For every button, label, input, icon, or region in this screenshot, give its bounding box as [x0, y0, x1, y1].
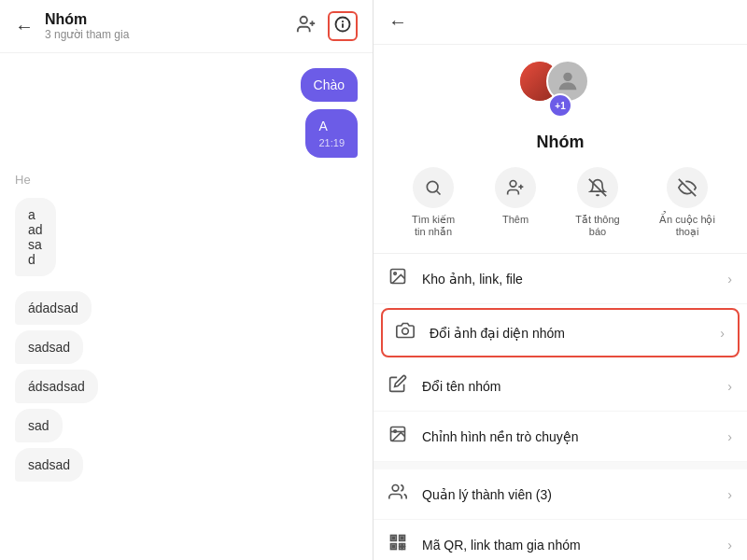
members-chevron: ›	[727, 487, 732, 502]
svg-point-6	[563, 73, 571, 81]
action-hide[interactable]: Ẩn cuộc hội thoại	[659, 167, 715, 238]
svg-rect-26	[400, 547, 402, 550]
list-item: ádsadsad	[15, 370, 98, 403]
mute-action-icon	[577, 167, 618, 208]
qr-chevron: ›	[727, 538, 732, 553]
search-action-icon	[413, 167, 454, 208]
info-icon	[334, 16, 351, 36]
qr-label: Mã QR, link tham gia nhóm	[422, 538, 727, 553]
section-label-he: He	[15, 173, 358, 187]
svg-rect-28	[392, 537, 395, 539]
list-item: sadsad	[15, 330, 83, 364]
wallpaper-icon	[388, 425, 415, 448]
add-action-label: Thêm	[502, 214, 529, 225]
received-line-1: a	[28, 207, 43, 222]
action-mute[interactable]: Tắt thông báo	[570, 167, 626, 238]
media-label: Kho ảnh, link, file	[422, 272, 727, 287]
menu-item-change-avatar[interactable]: Đổi ảnh đại diện nhóm ›	[381, 308, 740, 357]
menu-list: Kho ảnh, link, file › Đổi ảnh đại diện n…	[374, 254, 747, 560]
wallpaper-label: Chỉnh hình nền trò chuyện	[422, 429, 727, 444]
left-panel: ← Nhóm 3 người tham gia	[0, 0, 374, 560]
change-avatar-label: Đổi ảnh đại diện nhóm	[430, 326, 720, 341]
menu-item-rename[interactable]: Đổi tên nhóm ›	[374, 361, 747, 412]
svg-rect-30	[392, 545, 395, 548]
list-item: sadsad	[15, 448, 83, 482]
message-a: A 21:19	[305, 109, 358, 158]
add-member-icon[interactable]	[296, 14, 317, 39]
right-panel: ← +1 Nhóm	[374, 0, 747, 560]
svg-point-15	[394, 273, 397, 275]
qr-icon	[388, 533, 415, 556]
message-chao: Chào	[301, 68, 358, 102]
action-add[interactable]: Thêm	[495, 167, 536, 238]
mute-action-label: Tắt thông báo	[570, 214, 626, 237]
members-label: Quản lý thành viên (3)	[422, 487, 727, 502]
svg-line-8	[437, 191, 441, 195]
svg-rect-27	[402, 547, 405, 550]
avatar-plus-badge: +1	[548, 93, 572, 118]
svg-point-0	[301, 16, 307, 22]
chat-area: Chào A 21:19 He a ad sa d ádadsad sadsad…	[0, 53, 373, 560]
members-icon	[388, 483, 415, 506]
svg-point-20	[392, 485, 399, 492]
message-time: 21:19	[318, 137, 345, 148]
message-received-multi: a ad sa d	[15, 198, 56, 276]
action-search[interactable]: Tìm kiếm tin nhắn	[405, 167, 461, 238]
menu-item-media[interactable]: Kho ảnh, link, file ›	[374, 254, 747, 304]
received-line-3: sa	[28, 237, 43, 252]
back-button-left[interactable]: ←	[15, 16, 34, 37]
received-line-2: ad	[28, 222, 43, 237]
svg-point-7	[427, 181, 438, 192]
list-item: sad	[15, 409, 63, 442]
received-line-4: d	[28, 252, 43, 267]
menu-gap	[374, 462, 747, 469]
media-icon	[388, 267, 415, 290]
back-button-right[interactable]: ←	[388, 11, 407, 33]
svg-rect-29	[401, 537, 403, 539]
group-title-right: Nhóm	[537, 133, 585, 152]
left-header: ← Nhóm 3 người tham gia	[0, 0, 373, 53]
change-avatar-chevron: ›	[720, 326, 725, 341]
add-action-icon	[495, 167, 536, 208]
menu-item-qr[interactable]: Mã QR, link tham gia nhóm ›	[374, 520, 747, 560]
group-avatar-section: +1 Nhóm	[374, 45, 747, 167]
wallpaper-chevron: ›	[727, 429, 732, 444]
header-icons	[296, 11, 358, 41]
list-item: ádadsad	[15, 291, 92, 325]
hide-action-label: Ẩn cuộc hội thoại	[659, 214, 715, 238]
camera-icon	[396, 321, 422, 344]
info-button[interactable]	[328, 11, 358, 41]
hide-action-icon	[667, 167, 708, 208]
group-info: Nhóm 3 người tham gia	[45, 11, 296, 41]
svg-point-16	[402, 329, 409, 335]
menu-item-wallpaper[interactable]: Chỉnh hình nền trò chuyện ›	[374, 412, 747, 462]
menu-item-members[interactable]: Quản lý thành viên (3) ›	[374, 469, 747, 520]
search-action-label: Tìm kiếm tin nhắn	[405, 214, 461, 238]
action-buttons: Tìm kiếm tin nhắn Thêm Tắt	[374, 167, 747, 254]
svg-rect-25	[402, 544, 405, 547]
right-header: ←	[374, 0, 747, 45]
svg-rect-24	[400, 544, 402, 547]
rename-label: Đổi tên nhóm	[422, 379, 727, 394]
svg-line-12	[589, 179, 606, 196]
svg-point-9	[510, 181, 516, 188]
rename-chevron: ›	[727, 379, 732, 394]
media-chevron: ›	[727, 272, 732, 287]
group-name-left: Nhóm	[45, 11, 296, 28]
edit-icon	[388, 374, 415, 398]
member-count: 3 người tham gia	[45, 28, 296, 41]
avatar-group: +1	[518, 60, 602, 116]
received-messages-list: ádadsad sadsad ádsadsad sad sadsad	[15, 291, 358, 482]
